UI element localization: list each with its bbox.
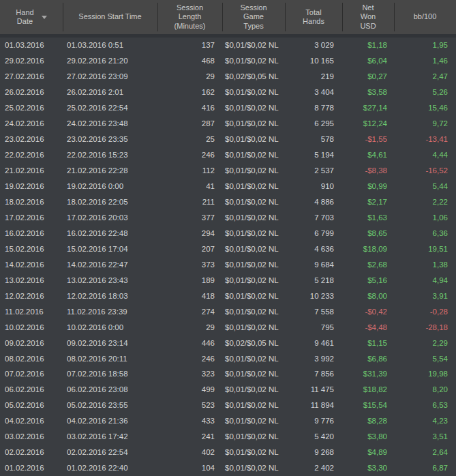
cell-session-start-time: 16.02.2016 22:48 — [63, 229, 157, 237]
table-row[interactable]: 10.02.201610.02.2016 0:0029$0,01/$0,02 N… — [0, 319, 456, 335]
table-row[interactable]: 29.02.201629.02.2016 21:20468$0,01/$0,02… — [0, 53, 456, 69]
header-label-session-length: SessionLength(Minutes) — [174, 3, 206, 31]
cell-session-length: 499 — [157, 385, 222, 393]
table-row[interactable]: 24.02.201624.02.2016 23:48287$0,01/$0,02… — [0, 116, 456, 132]
table-row[interactable]: 15.02.201615.02.2016 17:04207$0,01/$0,02… — [0, 241, 456, 256]
cell-net-won-usd: $3,30 — [342, 464, 394, 472]
cell-net-won-usd: $1,15 — [342, 339, 394, 347]
cell-session-game-types: $0,01/$0,02 NL — [222, 432, 285, 441]
cell-session-length: 29 — [157, 323, 222, 331]
cell-session-game-types: $0,01/$0,02 NL — [222, 355, 285, 363]
cell-total-hands: 2 402 — [285, 464, 342, 472]
cell-session-start-time: 23.02.2016 23:35 — [63, 135, 157, 143]
table-row[interactable]: 06.02.201606.02.2016 23:08499$0,01/$0,02… — [0, 382, 456, 398]
cell-session-game-types: $0,01/$0,02 NL — [222, 57, 285, 65]
cell-session-start-time: 25.02.2016 22:54 — [63, 104, 157, 112]
cell-session-length: 287 — [157, 119, 222, 128]
cell-hand-date: 04.02.2016 — [0, 417, 63, 425]
table-row[interactable]: 27.02.201627.02.2016 23:0929$0,02/$0,05 … — [0, 69, 456, 85]
cell-session-game-types: $0,01/$0,02 NL — [222, 104, 285, 112]
cell-session-game-types: $0,01/$0,02 NL — [222, 370, 285, 378]
cell-total-hands: 3 992 — [285, 355, 342, 363]
cell-session-length: 211 — [157, 198, 222, 206]
cell-hand-date: 14.02.2016 — [0, 261, 63, 269]
cell-net-won-usd: $1,63 — [342, 213, 394, 222]
table-row[interactable]: 01.03.201601.03.2016 0:51137$0,01/$0,02 … — [0, 38, 456, 53]
table-row[interactable]: 07.02.201607.02.2016 18:58323$0,01/$0,02… — [0, 366, 456, 382]
table-row[interactable]: 19.02.201619.02.2016 0:0041$0,01/$0,02 N… — [0, 179, 456, 194]
cell-session-start-time: 29.02.2016 21:20 — [63, 57, 157, 65]
table-row[interactable]: 16.02.201616.02.2016 22:48294$0,01/$0,02… — [0, 225, 456, 241]
cell-session-start-time: 06.02.2016 23:08 — [63, 385, 157, 393]
cell-session-length: 274 — [157, 308, 222, 316]
table-row[interactable]: 18.02.201618.02.2016 22:05211$0,01/$0,02… — [0, 194, 456, 210]
cell-hand-date: 09.02.2016 — [0, 339, 63, 347]
header-cell-total-hands[interactable]: TotalHands — [285, 0, 342, 34]
table-row[interactable]: 17.02.201617.02.2016 20:03377$0,01/$0,02… — [0, 209, 456, 225]
header-label-session-start-time: Session Start Time — [78, 12, 141, 22]
cell-bb-per-100: 5,54 — [394, 355, 456, 363]
cell-total-hands: 9 461 — [285, 339, 342, 347]
cell-session-length: 402 — [157, 448, 222, 456]
cell-hand-date: 15.02.2016 — [0, 245, 63, 253]
cell-session-game-types: $0,01/$0,02 NL — [222, 417, 285, 425]
table-row[interactable]: 26.02.201626.02.2016 2:01162$0,01/$0,02 … — [0, 85, 456, 100]
cell-net-won-usd: $31,39 — [342, 370, 394, 378]
header-cell-hand-date[interactable]: HandDate — [0, 0, 63, 34]
cell-net-won-usd: $1,18 — [342, 41, 394, 49]
cell-bb-per-100: 2,22 — [394, 198, 456, 206]
cell-session-length: 104 — [157, 464, 222, 472]
header-cell-session-game-types[interactable]: SessionGameTypes — [222, 0, 285, 34]
header-cell-net-won-usd[interactable]: NetWonUSD — [342, 0, 394, 34]
cell-bb-per-100: 6,53 — [394, 401, 456, 409]
cell-total-hands: 11 894 — [285, 401, 342, 409]
table-row[interactable]: 14.02.201614.02.2016 22:47373$0,01/$0,02… — [0, 256, 456, 272]
table-row[interactable]: 12.02.201612.02.2016 18:03418$0,01/$0,02… — [0, 288, 456, 303]
cell-session-length: 137 — [157, 41, 222, 49]
cell-session-length: 446 — [157, 339, 222, 347]
cell-session-length: 25 — [157, 135, 222, 143]
cell-bb-per-100: 5,44 — [394, 182, 456, 190]
cell-hand-date: 27.02.2016 — [0, 72, 63, 80]
cell-net-won-usd: $0,27 — [342, 72, 394, 80]
table-row[interactable]: 13.02.201613.02.2016 23:43189$0,01/$0,02… — [0, 272, 456, 288]
cell-session-start-time: 09.02.2016 23:14 — [63, 339, 157, 347]
cell-session-start-time: 24.02.2016 23:48 — [63, 119, 157, 128]
table-row[interactable]: 05.02.201605.02.2016 23:55523$0,01/$0,02… — [0, 398, 456, 413]
cell-hand-date: 23.02.2016 — [0, 135, 63, 143]
cell-bb-per-100: 19,98 — [394, 370, 456, 378]
sort-descending-icon[interactable] — [42, 16, 47, 19]
cell-hand-date: 18.02.2016 — [0, 198, 63, 206]
table-row[interactable]: 03.02.201603.02.2016 17:42241$0,01/$0,02… — [0, 429, 456, 445]
cell-total-hands: 219 — [285, 72, 342, 80]
cell-session-length: 418 — [157, 292, 222, 300]
table-row[interactable]: 09.02.201609.02.2016 23:14446$0,02/$0,05… — [0, 335, 456, 351]
header-cell-session-length[interactable]: SessionLength(Minutes) — [157, 0, 222, 34]
cell-session-game-types: $0,01/$0,02 NL — [222, 323, 285, 331]
cell-total-hands: 3 404 — [285, 88, 342, 96]
cell-total-hands: 5 218 — [285, 276, 342, 284]
table-row[interactable]: 04.02.201604.02.2016 21:36433$0,01/$0,02… — [0, 413, 456, 429]
cell-session-start-time: 01.03.2016 0:51 — [63, 41, 157, 49]
cell-session-game-types: $0,01/$0,02 NL — [222, 119, 285, 128]
cell-net-won-usd: $6,04 — [342, 57, 394, 65]
table-row[interactable]: 22.02.201622.02.2016 15:23246$0,01/$0,02… — [0, 147, 456, 163]
header-cell-session-start-time[interactable]: Session Start Time — [63, 0, 157, 34]
table-row[interactable]: 01.02.201601.02.2016 22:40104$0,01/$0,02… — [0, 460, 456, 476]
table-row[interactable]: 08.02.201608.02.2016 20:11246$0,01/$0,02… — [0, 351, 456, 366]
cell-session-length: 112 — [157, 166, 222, 175]
table-row[interactable]: 23.02.201623.02.2016 23:3525$0,01/$0,02 … — [0, 132, 456, 147]
header-cell-bb-per-100[interactable]: bb/100 — [394, 0, 456, 34]
cell-session-start-time: 13.02.2016 23:43 — [63, 276, 157, 284]
table-row[interactable]: 25.02.201625.02.2016 22:54416$0,01/$0,02… — [0, 100, 456, 116]
cell-hand-date: 06.02.2016 — [0, 385, 63, 393]
table-row[interactable]: 21.02.201621.02.2016 22:28112$0,01/$0,02… — [0, 163, 456, 179]
cell-session-length: 373 — [157, 261, 222, 269]
cell-bb-per-100: 1,38 — [394, 261, 456, 269]
cell-bb-per-100: 4,23 — [394, 417, 456, 425]
cell-net-won-usd: $12,24 — [342, 119, 394, 128]
cell-session-start-time: 10.02.2016 0:00 — [63, 323, 157, 331]
table-row[interactable]: 02.02.201602.02.2016 22:54402$0,01/$0,02… — [0, 445, 456, 460]
table-row[interactable]: 11.02.201611.02.2016 23:39274$0,01/$0,02… — [0, 303, 456, 319]
cell-session-length: 241 — [157, 432, 222, 441]
